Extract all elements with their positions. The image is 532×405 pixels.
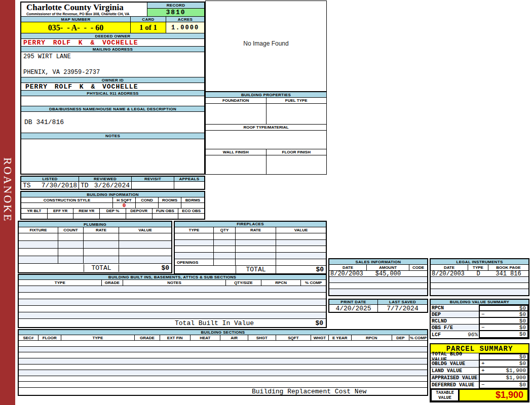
sales-row[interactable] <box>329 283 427 289</box>
sales-row[interactable] <box>329 289 427 295</box>
deeded-owner-value[interactable]: PERRY ROLF K & VOCHELLE <box>21 39 204 47</box>
built-ins-row[interactable] <box>19 299 326 306</box>
legal-instrument-row[interactable] <box>431 283 528 289</box>
cond-value[interactable] <box>136 203 159 208</box>
li-type-label: TYPE <box>468 265 488 270</box>
sales-row[interactable] <box>329 277 427 283</box>
card-label: CARD <box>131 17 166 22</box>
owner-id-value[interactable]: PERRY ROLF K & VOCHELLE <box>21 83 204 91</box>
eff-yr-value[interactable] <box>48 214 74 219</box>
fireplaces-title: FIREPLACES <box>175 222 326 227</box>
ps-label: OBLDG VALUE <box>431 360 479 368</box>
mailing-address-block[interactable]: 295 WIRT LANE PHENIX, VA 23959-2737 <box>21 52 204 77</box>
county-title: Charlotte County Virginia <box>26 3 146 12</box>
fireplaces-row[interactable] <box>175 240 326 247</box>
record-value[interactable]: 3810 <box>147 9 204 16</box>
count-label: COUNT <box>58 227 84 233</box>
building-sections-row[interactable] <box>19 358 427 364</box>
building-sections-row[interactable] <box>19 370 427 376</box>
bs-air-label: AIR <box>220 335 248 340</box>
acres-value[interactable]: 1.0000 <box>166 22 204 33</box>
built-ins-row[interactable] <box>19 306 326 312</box>
map-number-value[interactable]: 035- - A- - - 60 <box>21 22 131 33</box>
h-sqft-value[interactable]: 0 <box>113 203 136 208</box>
fireplaces-openings-row[interactable]: OPENINGS <box>175 259 326 266</box>
eco-obs-value[interactable] <box>178 214 204 219</box>
card-value[interactable]: 1 of 1 <box>131 22 166 33</box>
building-information-title: BUILDING INFORMATION <box>21 192 204 197</box>
no-image-text: No Image Found <box>243 40 288 47</box>
building-sections-row[interactable] <box>19 382 427 388</box>
fireplaces-row[interactable] <box>175 246 326 253</box>
reviewed-value[interactable]: TD 3/26/2024 <box>79 182 132 189</box>
plumbing-row[interactable] <box>19 233 171 241</box>
legal-instrument-row[interactable] <box>431 289 528 295</box>
legal-instrument-row[interactable] <box>431 277 528 283</box>
building-sections-row[interactable] <box>19 376 427 382</box>
appeals-value[interactable] <box>174 182 204 189</box>
listed-date: 7/30/2018 <box>42 182 77 189</box>
fireplaces-row[interactable] <box>175 253 326 259</box>
bi-type-label: TYPE <box>19 280 102 286</box>
ps-label: DEFERRED VALUE <box>431 382 479 389</box>
building-sections-footer: Building Replacement Cost New <box>19 388 427 395</box>
legal-instruments-title: LEGAL INSTRUMENTS <box>431 259 528 265</box>
dep-pct-value[interactable] <box>100 214 126 219</box>
construction-style-label: CONSTRUCTION STYLE <box>21 197 113 202</box>
bdrms-value[interactable] <box>181 203 204 208</box>
bdrms-label: BDRMS <box>181 197 204 202</box>
fp-qty-label: QTY <box>214 227 236 233</box>
construction-style-value[interactable] <box>21 203 113 208</box>
roof-type-value[interactable] <box>206 131 326 149</box>
foundation-value[interactable] <box>206 104 267 124</box>
physical-911-address-label: PHYSICAL 911 ADDRESS <box>21 91 204 96</box>
floor-finish-value[interactable] <box>267 155 327 174</box>
county-address: Commissioner of the Revenue, PO Box 308,… <box>26 12 146 16</box>
revisit-value[interactable] <box>132 182 174 189</box>
legal-instrument-row[interactable]: 8/20/2003 D 341 816 <box>431 271 528 277</box>
bs-shgt-label: SHGT <box>248 335 276 340</box>
eco-obs-label: ECO OBS <box>178 209 204 213</box>
reviewed-by: TD <box>81 182 89 189</box>
rem-yr-value[interactable] <box>73 214 100 219</box>
built-ins-total-value: $0 <box>315 319 326 327</box>
sales-title: SALES INFORMATION <box>329 259 427 265</box>
foundation-label: FOUNDATION <box>206 98 267 103</box>
building-properties-panel: BUILDING PROPERTIES FOUNDATION FUEL TYPE… <box>205 92 327 175</box>
sales-amount-label: AMOUNT <box>367 265 409 270</box>
sales-row[interactable]: 8/20/2003 $45,000 <box>329 271 427 277</box>
plumbing-total-value: $0 <box>119 264 171 272</box>
rooms-value[interactable] <box>159 203 181 208</box>
yr-blt-value[interactable] <box>21 214 48 219</box>
mailing-line-1: 295 WIRT LANE <box>23 53 202 60</box>
wall-finish-label: WALL FINISH <box>206 149 267 155</box>
acres-label: ACRES <box>166 17 204 22</box>
wall-finish-value[interactable] <box>206 155 267 174</box>
building-sections-row[interactable] <box>19 364 427 371</box>
building-sections-row[interactable] <box>19 341 427 347</box>
physical-911-address-value[interactable] <box>21 96 204 106</box>
building-sections-row[interactable] <box>19 347 427 353</box>
listed-value[interactable]: TS 7/30/2018 <box>21 182 79 189</box>
bvs-sign: − <box>480 325 485 331</box>
dba-legal-description-value[interactable]: DB 341/816 <box>21 112 204 133</box>
plumbing-row[interactable] <box>19 249 171 256</box>
notes-value[interactable] <box>21 139 204 174</box>
h-sqft-label: H SQFT <box>113 197 136 202</box>
built-ins-row[interactable] <box>19 286 326 293</box>
plumbing-row[interactable] <box>19 256 171 264</box>
plumbing-row[interactable] <box>19 241 171 249</box>
bi-grade-label: GRADE <box>102 280 123 286</box>
building-sections-row[interactable] <box>19 352 427 358</box>
bi-notes-label: NOTES <box>123 280 226 286</box>
fuel-type-value[interactable] <box>267 104 327 124</box>
appeals-label: APPEALS <box>174 177 204 182</box>
built-ins-row[interactable] <box>19 312 326 319</box>
reviewed-label: REVIEWED <box>79 177 132 182</box>
fun-obs-value[interactable] <box>153 214 179 219</box>
depovr-value[interactable] <box>126 214 153 219</box>
building-sections-panel: BUILDING SECTIONS SEC# FLOOR TYPE GRADE … <box>18 329 428 396</box>
ps-sign: + <box>480 360 485 367</box>
built-ins-row[interactable] <box>19 293 326 299</box>
fireplaces-row[interactable] <box>175 233 326 240</box>
